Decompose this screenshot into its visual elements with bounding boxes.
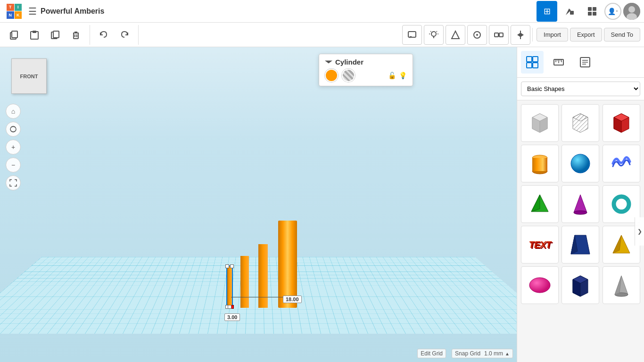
color-orange-circle[interactable] [325,69,338,82]
light-small-icon[interactable]: 💡 [399,72,407,79]
paste-button[interactable] [25,25,44,45]
edit-grid-button[interactable]: Edit Grid [417,349,446,358]
tinkercad-logo[interactable]: T I N K [4,1,25,22]
panel-tab-grid[interactable] [521,51,544,74]
color-hole-circle[interactable] [342,69,355,82]
shape-panel-arrow[interactable] [325,60,332,65]
panel-tab-notes[interactable] [574,51,596,74]
shape-item-ellipsoid[interactable] [521,266,559,304]
copy-button[interactable] [4,25,24,45]
shape-color-row: 🔓 💡 [325,69,407,82]
shape-item-box-dark[interactable] [561,266,599,304]
handle-tr[interactable] [230,264,234,268]
shape-info-panel: Cylinder 🔓 💡 [319,54,413,86]
project-title: Powerful Amberis [41,7,537,16]
shapes-grid: TEXT [517,100,644,308]
toolbar: Import Export Send To [0,23,644,47]
svg-point-62 [571,154,590,173]
canvas-3d[interactable]: Cylinder 🔓 💡 FRONT ⌂ [0,47,517,362]
avatar[interactable] [623,3,640,20]
add-user-button[interactable]: 👤+ [604,3,621,20]
snap-grid-arrow: ▲ [505,351,510,356]
shape-item-cone[interactable] [561,185,599,223]
svg-marker-65 [574,195,587,213]
dimension-height: 18.00 [283,296,302,303]
handle-tl[interactable] [225,264,229,268]
shape-thumb-pyramid-yellow [609,232,634,257]
right-panel: Basic Shapes Letters Math Featured [517,47,644,362]
svg-rect-35 [533,57,538,62]
shape-item-box-red[interactable] [603,104,640,142]
shape-thumb-sphere [568,151,593,176]
lock-icon[interactable]: 🔓 [388,72,396,79]
shape-item-prism[interactable] [561,226,599,263]
svg-rect-17 [408,32,416,37]
shape-item-cylinder[interactable] [521,145,559,182]
svg-marker-24 [452,31,459,39]
shape-cylinder-3[interactable] [258,244,268,308]
shape-thumb-box-grey-hole [568,111,593,135]
panel-scroll-right[interactable]: ❯ [635,217,644,246]
category-dropdown[interactable]: Basic Shapes Letters Math Featured [521,82,640,96]
canvas-area[interactable]: Cylinder 🔓 💡 FRONT ⌂ [0,47,517,362]
svg-rect-9 [12,31,17,38]
panel-tab-ruler[interactable] [547,51,570,74]
shape-item-squiggle[interactable] [603,145,640,182]
mirror-button[interactable] [511,25,530,45]
shape-item-box-grey-hole[interactable] [561,104,599,142]
shape-item-cone-grey[interactable] [603,266,640,304]
svg-point-6 [628,6,635,13]
shape-item-box-grey[interactable] [521,104,559,142]
orbit-button[interactable] [6,122,21,137]
nav-grid-button[interactable]: ⊞ [537,1,557,22]
svg-rect-36 [527,63,532,68]
home-button[interactable]: ⌂ [6,104,21,119]
view-cube[interactable]: FRONT [11,58,49,96]
shape-cylinder-2[interactable] [240,256,249,308]
svg-point-26 [476,34,478,36]
view-tools [402,25,530,45]
shape-cylinder-4[interactable] [278,221,297,308]
group-button[interactable] [489,25,509,45]
shape-cylinder-1[interactable] [226,265,233,308]
light-button[interactable] [424,25,444,45]
export-button[interactable]: Export [570,28,602,41]
history-tools [94,25,139,45]
svg-rect-34 [527,57,532,62]
handle-bm[interactable] [228,305,231,309]
redo-button[interactable] [115,25,134,45]
category-selector: Basic Shapes Letters Math Featured [517,78,644,100]
undo-button[interactable] [94,25,114,45]
zoom-out-button[interactable]: − [6,157,21,173]
align-button[interactable] [467,25,487,45]
shape-button[interactable] [446,25,465,45]
menu-icon[interactable]: ☰ [28,6,37,17]
canvas-status-bar: Edit Grid Snap Grid 1.0 mm ▲ [417,349,513,358]
shape-thumb-box-grey [528,111,552,135]
delete-button[interactable] [66,25,86,45]
svg-rect-3 [588,12,592,16]
fit-button[interactable] [6,175,21,190]
shape-action-icons: 🔓 💡 [388,72,407,79]
shape-item-pyramid[interactable] [521,185,559,223]
svg-line-23 [437,31,438,32]
snap-grid-label: Snap Grid [455,350,480,357]
top-nav: T I N K ☰ Powerful Amberis ⊞ 👤+ [0,0,644,23]
text3d-label: TEXT [528,239,551,250]
nav-blocks-button[interactable] [582,1,603,22]
shape-item-text3d[interactable]: TEXT [521,226,559,263]
logo-t: T [7,4,14,11]
shape-thumb-torus [609,192,634,216]
nav-build-button[interactable] [559,1,580,22]
zoom-in-button[interactable]: + [6,140,21,155]
view-cube-front[interactable]: FRONT [11,58,47,94]
duplicate-button[interactable] [45,25,65,45]
snap-grid-control[interactable]: Snap Grid 1.0 mm ▲ [452,349,513,358]
import-button[interactable]: Import [537,28,568,41]
comment-button[interactable] [402,25,422,45]
logo-n: N [7,11,14,19]
send-to-button[interactable]: Send To [604,28,640,41]
logo-k: K [15,11,22,19]
shape-item-sphere[interactable] [561,145,599,182]
svg-point-72 [529,278,550,293]
